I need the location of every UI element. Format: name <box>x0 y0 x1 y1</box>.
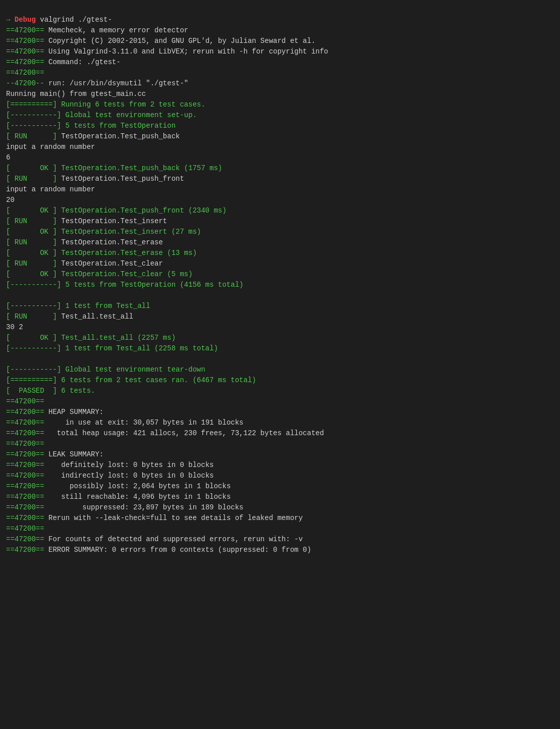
test-name: TestOperation.Test_insert <box>57 217 167 225</box>
normal-text: input a random number <box>6 143 95 151</box>
terminal-line-40: ==47200== <box>6 439 554 449</box>
gtest-ok-line: [ OK ] Test_all.test_all (2257 ms) <box>6 334 176 342</box>
valgrind-message: Using Valgrind-3.11.0 and LibVEX; rerun … <box>44 47 328 56</box>
gtest-ok-line: [ OK ] TestOperation.Test_push_back (175… <box>6 164 222 172</box>
terminal-line-34: [==========] 6 tests from 2 test cases r… <box>6 375 554 386</box>
terminal-line-18: [ OK ] TestOperation.Test_push_front (23… <box>6 205 554 216</box>
valgrind-message: indirectly lost: 0 bytes in 0 blocks <box>44 472 214 480</box>
valgrind-prefix: ==47200== <box>6 461 44 469</box>
valgrind-prefix: ==47200== <box>6 525 44 533</box>
terminal-line-41: ==47200== LEAK SUMMARY: <box>6 449 554 460</box>
terminal-line-39: ==47200== total heap usage: 421 allocs, … <box>6 428 554 439</box>
terminal-line-9: [-----------] Global test environment se… <box>6 110 554 121</box>
terminal-line-45: ==47200== still reachable: 4,096 bytes i… <box>6 492 554 502</box>
normal-text: input a random number <box>6 185 95 193</box>
run-bracket: [ RUN ] <box>6 238 57 246</box>
valgrind-message: ERROR SUMMARY: 0 errors from 0 contexts … <box>44 546 311 554</box>
terminal-line-0: → Debug valgrind ./gtest- <box>6 15 554 25</box>
test-name: TestOperation.Test_erase <box>57 238 163 246</box>
terminal-line-13: 6 <box>6 152 554 163</box>
valgrind-message: suppressed: 23,897 bytes in 189 blocks <box>44 503 244 511</box>
terminal-line-16: input a random number <box>6 184 554 195</box>
valgrind-prefix: ==47200== <box>6 69 44 77</box>
terminal-line-10: [-----------] 5 tests from TestOperation <box>6 121 554 131</box>
gtest-separator-line: [-----------] 1 test from Test_all <box>6 302 150 310</box>
valgrind-message: HEAP SUMMARY: <box>44 408 104 416</box>
run-bracket: [ RUN ] <box>6 175 57 183</box>
terminal-line-11: [ RUN ] TestOperation.Test_push_back <box>6 131 554 142</box>
terminal-line-44: ==47200== possibly lost: 2,064 bytes in … <box>6 481 554 492</box>
run-bracket: [ RUN ] <box>6 217 57 225</box>
gtest-separator-line: [-----------] Global test environment se… <box>6 111 197 119</box>
terminal-line-1: ==47200== Memcheck, a memory error detec… <box>6 25 554 36</box>
gtest-passed-line: [ PASSED ] 6 tests. <box>6 387 95 395</box>
terminal-line-20: [ OK ] TestOperation.Test_insert (27 ms) <box>6 227 554 237</box>
normal-text: Running main() from gtest_main.cc <box>6 90 146 98</box>
valgrind-prefix: ==47200== <box>6 493 44 501</box>
gtest-ok-line: [ OK ] TestOperation.Test_push_front (23… <box>6 206 227 215</box>
debug-label: Debug <box>15 16 36 24</box>
valgrind-prefix: ==47200== <box>6 408 44 416</box>
valgrind-message: run: /usr/bin/dsymutil "./gtest-" <box>44 79 189 87</box>
run-bracket: [ RUN ] <box>6 259 57 268</box>
run-bracket: [ RUN ] <box>6 313 57 321</box>
valgrind-prefix: ==47200== <box>6 482 44 490</box>
valgrind-prefix: ==47200== <box>6 503 44 511</box>
terminal-line-37: ==47200== HEAP SUMMARY: <box>6 407 554 418</box>
terminal-line-42: ==47200== definitely lost: 0 bytes in 0 … <box>6 460 554 471</box>
test-name: TestOperation.Test_clear <box>57 259 163 268</box>
terminal-line-15: [ RUN ] TestOperation.Test_push_front <box>6 174 554 184</box>
valgrind-prefix: ==47200== <box>6 535 44 543</box>
terminal-line-12: input a random number <box>6 142 554 152</box>
terminal-line-31: [-----------] 1 test from Test_all (2258… <box>6 343 554 354</box>
valgrind-prefix: ==47200== <box>6 419 44 427</box>
terminal-line-5: ==47200== <box>6 68 554 78</box>
valgrind-message: Command: ./gtest- <box>44 58 121 66</box>
valgrind-prefix: ==47200== <box>6 26 44 34</box>
terminal-line-35: [ PASSED ] 6 tests. <box>6 386 554 396</box>
valgrind-message: LEAK SUMMARY: <box>44 450 104 458</box>
command-text: valgrind ./gtest- <box>36 16 112 24</box>
terminal-line-29: 30 2 <box>6 322 554 333</box>
valgrind-message: Memcheck, a memory error detector <box>44 26 189 34</box>
valgrind-message: definitely lost: 0 bytes in 0 blocks <box>44 461 214 469</box>
valgrind-prefix: ==47200== <box>6 429 44 437</box>
terminal-output: → Debug valgrind ./gtest-==47200== Memch… <box>0 0 560 559</box>
gtest-ok-line: [ OK ] TestOperation.Test_insert (27 ms) <box>6 228 201 236</box>
terminal-line-8: [==========] Running 6 tests from 2 test… <box>6 99 554 110</box>
terminal-line-22: [ OK ] TestOperation.Test_erase (13 ms) <box>6 248 554 258</box>
terminal-line-26 <box>6 290 554 301</box>
valgrind-prefix: ==47200== <box>6 472 44 480</box>
test-name: TestOperation.Test_push_back <box>57 132 180 140</box>
test-name: Test_all.test_all <box>57 313 133 321</box>
valgrind-prefix: ==47200== <box>6 37 44 45</box>
gtest-ok-line: [ OK ] TestOperation.Test_erase (13 ms) <box>6 249 197 257</box>
terminal-line-4: ==47200== Command: ./gtest- <box>6 57 554 68</box>
terminal-line-50: ==47200== ERROR SUMMARY: 0 errors from 0… <box>6 545 554 555</box>
normal-text: 30 2 <box>6 323 23 331</box>
valgrind-prefix: ==47200== <box>6 58 44 66</box>
gtest-separator-line: [==========] Running 6 tests from 2 test… <box>6 100 205 109</box>
terminal-line-27: [-----------] 1 test from Test_all <box>6 301 554 311</box>
terminal-line-23: [ RUN ] TestOperation.Test_clear <box>6 258 554 269</box>
gtest-separator-line: [-----------] 5 tests from TestOperation… <box>6 281 243 289</box>
gtest-ok-line: [ OK ] TestOperation.Test_clear (5 ms) <box>6 270 193 278</box>
terminal-line-30: [ OK ] Test_all.test_all (2257 ms) <box>6 333 554 343</box>
terminal-line-24: [ OK ] TestOperation.Test_clear (5 ms) <box>6 269 554 280</box>
valgrind-message: Copyright (C) 2002-2015, and GNU GPL'd, … <box>44 37 316 45</box>
valgrind-message: still reachable: 4,096 bytes in 1 blocks <box>44 493 231 501</box>
terminal-line-33: [-----------] Global test environment te… <box>6 364 554 375</box>
run-bracket: [ RUN ] <box>6 132 57 140</box>
valgrind-message: total heap usage: 421 allocs, 230 frees,… <box>44 429 324 437</box>
valgrind-prefix: ==47200== <box>6 47 44 56</box>
gtest-separator-line: [-----------] Global test environment te… <box>6 366 205 374</box>
valgrind-prefix: ==47200== <box>6 397 44 405</box>
normal-text: 6 <box>6 153 10 162</box>
valgrind-prefix: ==47200== <box>6 546 44 554</box>
terminal-line-21: [ RUN ] TestOperation.Test_erase <box>6 237 554 248</box>
terminal-line-3: ==47200== Using Valgrind-3.11.0 and LibV… <box>6 46 554 57</box>
gtest-separator-line: [==========] 6 tests from 2 test cases r… <box>6 376 256 384</box>
terminal-line-2: ==47200== Copyright (C) 2002-2015, and G… <box>6 36 554 46</box>
normal-text: 20 <box>6 196 15 204</box>
valgrind-prefix: --47200-- <box>6 79 44 87</box>
